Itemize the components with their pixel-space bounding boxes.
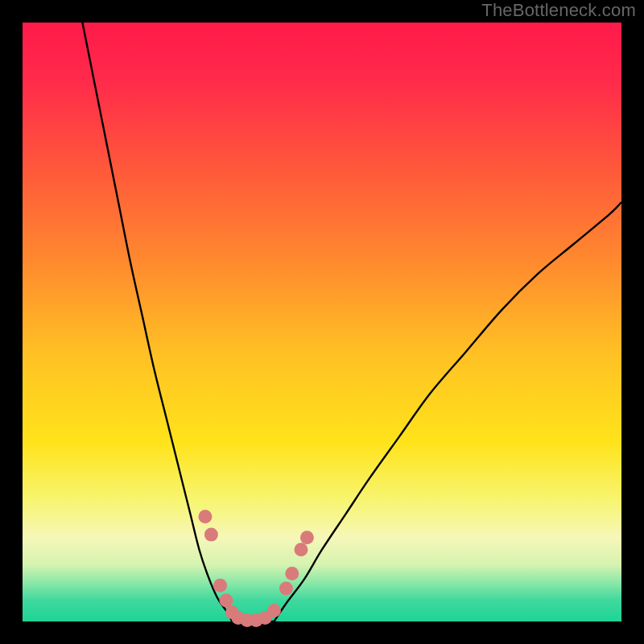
bottleneck-chart [0, 0, 644, 644]
plot-background [23, 23, 621, 621]
highlight-bead [198, 510, 212, 523]
chart-frame: TheBottleneck.com [0, 0, 644, 644]
watermark-label: TheBottleneck.com [481, 0, 636, 21]
highlight-bead [300, 530, 314, 544]
highlight-bead [204, 528, 218, 542]
highlight-bead [219, 593, 233, 607]
highlight-bead [213, 579, 227, 592]
highlight-bead [267, 604, 281, 617]
highlight-bead [279, 582, 293, 596]
highlight-bead [294, 543, 308, 556]
highlight-bead [285, 567, 299, 580]
